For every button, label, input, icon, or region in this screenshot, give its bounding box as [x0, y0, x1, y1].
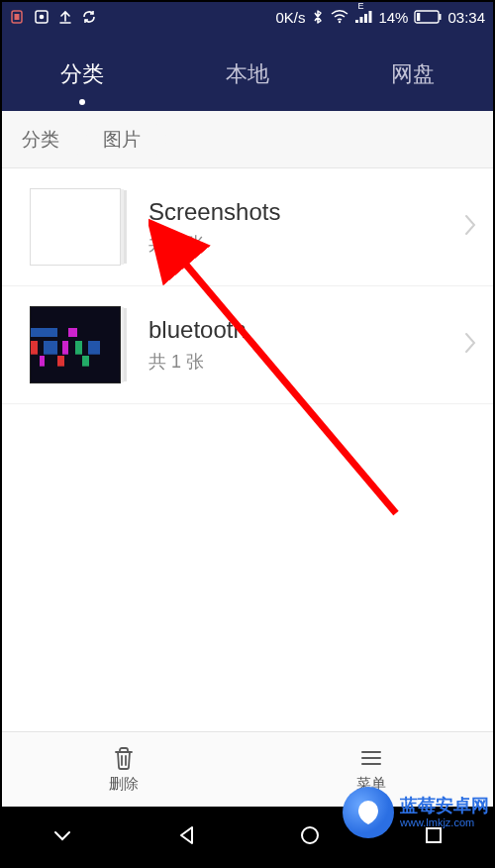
svg-rect-8 — [369, 11, 372, 23]
sim-icon — [10, 9, 26, 25]
tab-category[interactable]: 分类 — [54, 52, 110, 97]
watermark-name: 蓝莓安卓网 — [400, 797, 489, 816]
tab-local[interactable]: 本地 — [220, 52, 275, 97]
status-right-cluster: 0K/s E 14% 03:34 — [275, 9, 485, 26]
breadcrumb-current[interactable]: 图片 — [75, 121, 168, 159]
svg-rect-6 — [360, 17, 363, 23]
triangle-back-icon — [175, 823, 199, 847]
folder-title: Screenshots — [148, 198, 463, 226]
wifi-icon — [331, 10, 348, 24]
svg-rect-5 — [355, 20, 358, 23]
circle-home-icon — [298, 823, 322, 847]
breadcrumb: 分类 图片 — [0, 111, 495, 168]
delete-label: 删除 — [109, 775, 139, 794]
folder-item-screenshots[interactable]: Screenshots 共 4 张 — [0, 168, 495, 286]
tab-cloud[interactable]: 网盘 — [385, 52, 441, 97]
hamburger-icon — [358, 745, 384, 771]
nav-back-button[interactable] — [175, 823, 199, 851]
chevron-right-icon — [463, 330, 477, 361]
watermark-logo — [343, 787, 394, 838]
svg-point-3 — [40, 15, 45, 20]
breadcrumb-root[interactable]: 分类 — [8, 121, 87, 159]
folder-title: bluetooth — [148, 316, 463, 344]
chevron-right-icon — [463, 212, 477, 243]
chevron-down-icon — [50, 822, 75, 848]
folder-count: 共 4 张 — [148, 232, 463, 256]
svg-rect-7 — [364, 14, 367, 23]
signal-type: E — [357, 1, 363, 11]
nav-collapse-button[interactable] — [50, 822, 75, 852]
status-left-icons — [10, 9, 97, 25]
nav-home-button[interactable] — [298, 823, 322, 851]
watermark: 蓝莓安卓网 www.lmkjz.com — [343, 787, 489, 838]
folder-count: 共 1 张 — [148, 350, 463, 374]
svg-rect-11 — [417, 13, 420, 21]
battery-pct: 14% — [378, 9, 408, 26]
svg-rect-1 — [15, 14, 20, 20]
folder-list: Screenshots 共 4 张 bluetooth 共 1 张 — [0, 168, 495, 404]
net-speed: 0K/s — [275, 9, 305, 26]
sync-icon — [81, 9, 97, 25]
bluetooth-icon — [311, 9, 325, 25]
trash-icon — [111, 745, 137, 771]
upload-icon — [57, 9, 73, 25]
folder-thumbnail — [30, 306, 121, 383]
delete-button[interactable]: 删除 — [0, 732, 248, 807]
folder-thumbnail — [30, 188, 121, 266]
folder-texts: bluetooth 共 1 张 — [148, 316, 463, 374]
screenshot-icon — [34, 9, 50, 25]
battery-icon — [414, 10, 442, 24]
folder-item-bluetooth[interactable]: bluetooth 共 1 张 — [0, 286, 495, 404]
signal-icon — [354, 10, 372, 24]
watermark-url: www.lmkjz.com — [400, 816, 489, 828]
svg-rect-10 — [440, 14, 442, 20]
status-bar: 0K/s E 14% 03:34 — [0, 0, 495, 34]
svg-point-12 — [302, 827, 318, 843]
app-header: 分类 本地 网盘 — [0, 34, 495, 111]
svg-point-4 — [339, 21, 341, 23]
clock: 03:34 — [447, 9, 485, 26]
folder-texts: Screenshots 共 4 张 — [148, 198, 463, 256]
